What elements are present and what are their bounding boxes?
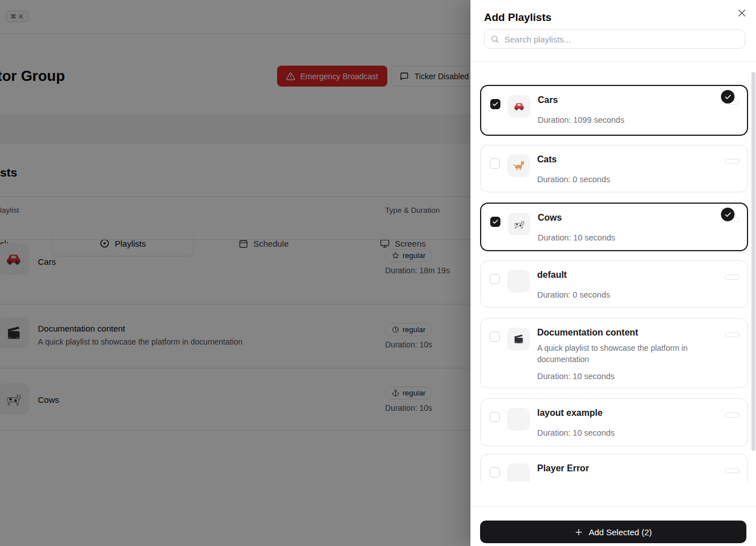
playlist-title: layout example — [537, 408, 603, 418]
playlist-duration: Duration: 1099 seconds — [538, 115, 624, 124]
add-selected-button[interactable]: Add Selected (2) — [480, 521, 746, 543]
checkbox-unchecked[interactable] — [490, 412, 500, 422]
playlist-duration: Duration: 10 seconds — [538, 233, 615, 242]
playlist-thumbnail — [508, 213, 530, 235]
playlist-title: Cows — [538, 213, 562, 223]
playlist-title: default — [537, 270, 567, 280]
drag-handle-icon[interactable] — [725, 274, 740, 280]
add-playlists-panel: Add Playlists Cars Duration: 1099 second… — [470, 0, 756, 546]
check-icon — [492, 101, 499, 108]
playlist-thumbnail — [507, 328, 530, 350]
close-icon — [737, 8, 747, 18]
search-icon — [490, 35, 499, 44]
playlist-thumbnail — [508, 95, 530, 118]
car-icon — [512, 100, 526, 113]
playlist-thumbnail — [507, 408, 530, 431]
scrollbar-thumb[interactable] — [751, 72, 755, 451]
checkbox-unchecked[interactable] — [490, 274, 500, 284]
search-input[interactable] — [504, 35, 739, 44]
add-selected-label: Add Selected (2) — [589, 527, 652, 537]
playlist-option-player-error[interactable]: Player Error — [480, 454, 748, 481]
cat-icon — [512, 159, 525, 173]
checkbox-unchecked[interactable] — [490, 158, 500, 169]
drag-handle-icon[interactable] — [725, 159, 740, 164]
drag-handle-icon[interactable] — [725, 468, 740, 473]
playlist-options-list: Cars Duration: 1099 seconds Cats Duratio… — [470, 62, 756, 481]
checkbox-unchecked[interactable] — [490, 332, 500, 342]
playlist-option-layout-example[interactable]: layout example Duration: 10 seconds — [480, 398, 748, 446]
check-icon — [724, 93, 732, 101]
close-button[interactable] — [735, 6, 749, 20]
search-box — [484, 29, 745, 49]
playlist-duration: Duration: 10 seconds — [537, 372, 615, 381]
checkbox-checked[interactable] — [490, 217, 500, 227]
playlist-title: Documentation content — [537, 328, 638, 338]
playlist-option-cars[interactable]: Cars Duration: 1099 seconds — [480, 85, 748, 136]
drag-handle-icon[interactable] — [725, 412, 740, 418]
checkbox-checked[interactable] — [490, 99, 500, 109]
playlist-thumbnail — [507, 154, 530, 177]
playlist-duration: Duration: 0 seconds — [537, 175, 610, 184]
playlist-title: Cars — [538, 95, 558, 105]
playlist-duration: Duration: 0 seconds — [537, 290, 610, 299]
playlist-title: Cats — [537, 154, 557, 165]
playlist-description: A quick playlist to showcase the platfor… — [537, 342, 702, 365]
playlist-thumbnail — [507, 270, 530, 293]
playlist-option-default[interactable]: default Duration: 0 seconds — [480, 260, 748, 308]
checkbox-unchecked[interactable] — [490, 467, 500, 478]
cow-icon — [512, 217, 526, 231]
selected-check-badge — [721, 208, 735, 221]
playlist-title: Player Error — [537, 463, 589, 474]
playlist-thumbnail — [507, 463, 530, 481]
playlist-option-cows[interactable]: Cows Duration: 10 seconds — [480, 203, 748, 251]
plus-icon — [574, 528, 583, 536]
playlist-option-documentation-content[interactable]: Documentation content A quick playlist t… — [480, 318, 748, 388]
playlist-option-cats[interactable]: Cats Duration: 0 seconds — [480, 145, 748, 192]
check-icon — [724, 211, 732, 218]
playlist-duration: Duration: 10 seconds — [537, 428, 615, 437]
drag-handle-icon[interactable] — [725, 332, 740, 337]
panel-title: Add Playlists — [484, 11, 551, 24]
check-icon — [492, 218, 499, 225]
clapperboard-icon — [512, 332, 525, 346]
panel-footer: Add Selected (2) — [470, 506, 756, 546]
selected-check-badge — [721, 90, 735, 104]
